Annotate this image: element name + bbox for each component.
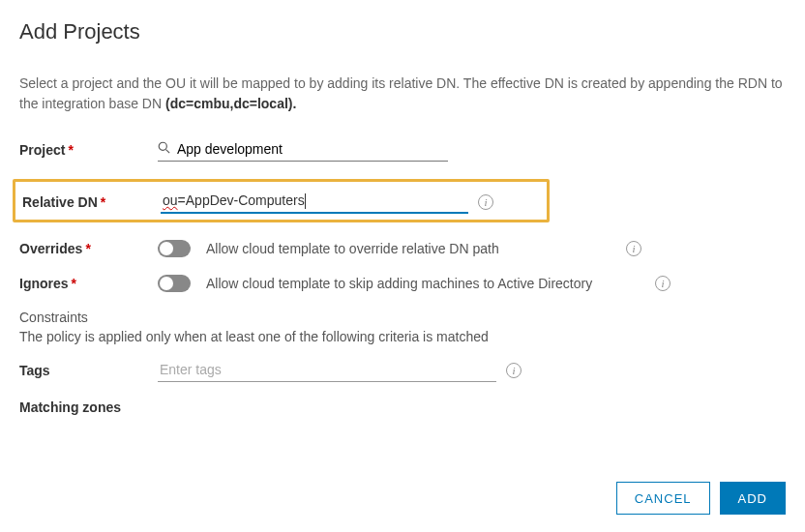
overrides-desc: Allow cloud template to override relativ…	[206, 241, 616, 256]
relative-dn-label: Relative DN*	[19, 194, 161, 210]
overrides-toggle[interactable]	[158, 240, 191, 257]
intro-text: Select a project and the OU it will be m…	[19, 74, 786, 114]
ignores-row: Ignores* Allow cloud template to skip ad…	[19, 275, 786, 292]
ignores-label: Ignores*	[19, 276, 158, 291]
add-button[interactable]: ADD	[720, 482, 786, 515]
tags-label: Tags	[19, 363, 158, 378]
relative-dn-input[interactable]: ou=AppDev-Computers	[161, 190, 468, 214]
info-icon[interactable]: i	[655, 276, 671, 291]
info-icon[interactable]: i	[626, 241, 641, 256]
footer-actions: CANCEL ADD	[616, 482, 786, 515]
search-icon	[158, 141, 170, 157]
matching-zones-row: Matching zones	[19, 399, 786, 415]
page-title: Add Projects	[19, 19, 786, 44]
ignores-toggle[interactable]	[158, 275, 191, 292]
constraints-desc: The policy is applied only when at least…	[19, 329, 786, 344]
ignores-desc: Allow cloud template to skip adding mach…	[206, 276, 645, 291]
project-input[interactable]	[158, 137, 448, 162]
project-row: Project*	[19, 137, 786, 162]
info-icon[interactable]: i	[506, 363, 522, 378]
info-icon[interactable]: i	[478, 194, 493, 210]
overrides-row: Overrides* Allow cloud template to overr…	[19, 240, 786, 257]
constraints-title: Constraints	[19, 310, 786, 325]
cancel-button[interactable]: CANCEL	[616, 482, 710, 515]
tags-row: Tags i	[19, 358, 786, 382]
project-label: Project*	[19, 142, 158, 158]
relative-dn-row: Relative DN* ou=AppDev-Computers i	[13, 179, 550, 222]
svg-line-1	[166, 150, 170, 154]
tags-input[interactable]	[158, 358, 496, 382]
overrides-label: Overrides*	[19, 241, 158, 256]
svg-point-0	[159, 142, 166, 150]
matching-zones-label: Matching zones	[19, 399, 158, 415]
